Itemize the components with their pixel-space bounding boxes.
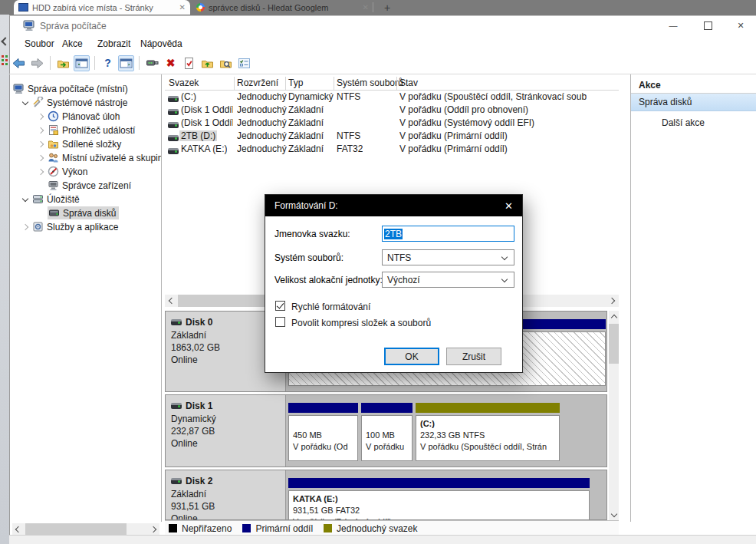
- browser-tab-2[interactable]: správce disků - Hledat Googlem ✕: [196, 0, 369, 15]
- column-header-rozvrzeni[interactable]: Rozvržení: [237, 77, 278, 88]
- ok-button[interactable]: OK: [384, 348, 439, 365]
- scroll-thumb[interactable]: [609, 324, 619, 364]
- chevron-down-icon: [501, 253, 508, 259]
- file-system-label: Systém souborů:: [274, 252, 343, 263]
- legend-swatch-neprirazeno: [169, 524, 177, 532]
- compression-checkbox[interactable]: [275, 317, 285, 327]
- menu-napoveda[interactable]: Nápověda: [140, 38, 182, 49]
- chevron-right-icon[interactable]: [18, 225, 32, 229]
- chevron-right-icon[interactable]: [33, 128, 48, 133]
- tree-item-label: Výkon: [62, 166, 87, 177]
- menu-zobrazit[interactable]: Zobrazit: [97, 38, 130, 49]
- scroll-right-button[interactable]: [607, 295, 618, 307]
- tree-item-label: Správa počítače (místní): [28, 84, 128, 94]
- menu-soubor[interactable]: Soubor: [25, 38, 54, 49]
- column-header-svazek[interactable]: Svazek: [169, 77, 199, 88]
- volume-icon: [168, 122, 179, 128]
- dialog-titlebar[interactable]: Formátování D: ✕: [265, 195, 522, 216]
- quick-format-checkbox[interactable]: [275, 301, 285, 311]
- column-header-stav[interactable]: Stav: [399, 77, 418, 88]
- volume-row-c[interactable]: (C:) Jednoduchý Dynamický NTFS V pořádku…: [165, 91, 619, 104]
- actions-panel: Akce Správa disků Další akce: [630, 74, 756, 522]
- delete-volume-icon[interactable]: ✖: [163, 55, 179, 71]
- volume-row-disk1-oddil2[interactable]: (Disk 1 Oddíl 2) Jednoduchý Základní V p…: [165, 117, 619, 130]
- volume-row-2tb-d[interactable]: 2TB (D:) Jednoduchý Základní NTFS V pořá…: [165, 130, 619, 143]
- tree-item-event-viewer[interactable]: Prohlížeč událostí: [10, 124, 161, 137]
- column-header-system-souboru[interactable]: Systém souborů: [337, 77, 403, 88]
- tab-close-icon[interactable]: ✕: [363, 3, 369, 12]
- properties-check-icon[interactable]: [181, 55, 197, 71]
- menu-akce[interactable]: Akce: [62, 38, 83, 49]
- new-tab-button[interactable]: +: [381, 0, 393, 15]
- chevron-right-icon[interactable]: [33, 156, 48, 160]
- volume-row-katka-e[interactable]: KATKA (E:) Jednoduchý Základní FAT32 V p…: [165, 143, 619, 156]
- disk-1-partition-2[interactable]: 100 MBV pořádku: [361, 403, 413, 461]
- browser-tab-1[interactable]: HDD zabírá více místa - Stránky ✕: [14, 0, 190, 15]
- explore-folder-icon[interactable]: [218, 55, 234, 71]
- volume-label-input[interactable]: 2TB: [382, 226, 514, 242]
- actions-group-disk-management[interactable]: Správa disků: [631, 94, 756, 111]
- tree-item-task-scheduler[interactable]: Plánovač úloh: [10, 110, 161, 123]
- scroll-right-button[interactable]: [149, 523, 159, 535]
- tree-item-local-users-groups[interactable]: Místní uživatelé a skupin: [10, 151, 161, 164]
- chevron-right-icon[interactable]: [33, 114, 48, 119]
- minimize-button[interactable]: —: [662, 18, 685, 32]
- tab-close-icon[interactable]: ✕: [179, 3, 186, 12]
- allocation-unit-select[interactable]: Výchozí: [382, 272, 514, 288]
- dialog-close-icon[interactable]: ✕: [505, 200, 513, 212]
- check-icon: [277, 301, 284, 308]
- legend-swatch-jednoduchy-svazek: [324, 524, 332, 532]
- toolbar-separator: [139, 56, 140, 70]
- window-title: Správa počítače: [40, 21, 107, 31]
- file-system-select[interactable]: NTFS: [382, 249, 514, 265]
- scroll-left-button[interactable]: [166, 295, 176, 307]
- disk-1-row[interactable]: Disk 1 Dynamický 232,87 GB Online 450 MB…: [165, 394, 607, 467]
- tree-item-disk-management[interactable]: Správa disků: [10, 206, 161, 219]
- performance-icon: [48, 166, 62, 177]
- tree-item-services-applications[interactable]: Služby a aplikace: [10, 220, 161, 233]
- action-pane-toggle-icon[interactable]: [118, 55, 134, 71]
- scroll-down-button[interactable]: [609, 509, 619, 520]
- tree-item-shared-folders[interactable]: Sdílené složky: [10, 137, 161, 150]
- tree-item-storage[interactable]: Úložiště: [10, 193, 161, 206]
- screen: HDD zabírá více místa - Stránky ✕ správc…: [0, 0, 756, 544]
- console-tree-toggle-icon[interactable]: [74, 55, 90, 71]
- volume-row-disk1-oddil1[interactable]: (Disk 1 Oddíl 1) Jednoduchý Základní V p…: [165, 104, 619, 117]
- close-button[interactable]: ✕: [729, 18, 752, 32]
- chevron-right-icon[interactable]: [33, 170, 48, 174]
- partition-size: 931,51 GB FAT32: [293, 505, 589, 516]
- tree-item-system-tools[interactable]: Systémové nástroje: [10, 96, 161, 109]
- tree-item-device-manager[interactable]: Správce zařízení: [10, 179, 161, 192]
- disk-1-partition-1[interactable]: 450 MBV pořádku (Od: [288, 403, 358, 461]
- volume-icon: [168, 96, 179, 102]
- chevron-down-icon[interactable]: [18, 101, 32, 104]
- scroll-up-button[interactable]: [609, 311, 619, 322]
- tab-separator: [373, 2, 373, 12]
- scroll-thumb[interactable]: [25, 523, 127, 535]
- tree-item-performance[interactable]: Výkon: [10, 165, 161, 178]
- chevron-right-icon[interactable]: [33, 142, 48, 147]
- legend-label: Primární oddíl: [255, 523, 313, 534]
- forward-icon[interactable]: [29, 55, 45, 71]
- export-list-icon[interactable]: [55, 55, 71, 71]
- back-icon[interactable]: [11, 55, 27, 71]
- disk-2-row[interactable]: Disk 2 Základní 931,51 GB Online KATKA (…: [165, 470, 607, 520]
- dot-icon: [2, 55, 4, 58]
- storage-icon: [32, 193, 47, 205]
- help-icon[interactable]: ?: [100, 55, 116, 71]
- computer-management-icon: [23, 19, 35, 35]
- chevron-down-icon[interactable]: [18, 198, 32, 201]
- disk-2-partition-katka[interactable]: KATKA (E:)931,51 GB FAT32V pořádku (Prim…: [288, 478, 590, 519]
- disk-1-partition-c[interactable]: (C:)232,33 GB NTFSV pořádku (Spouštěcí o…: [416, 403, 560, 461]
- event-log-icon: [48, 124, 62, 136]
- more-actions[interactable]: Další akce: [662, 117, 705, 128]
- maximize-button[interactable]: [696, 18, 719, 32]
- open-folder-icon[interactable]: [199, 55, 215, 71]
- tree-item-computer-management[interactable]: Správa počítače (místní): [10, 82, 161, 95]
- scroll-left-button[interactable]: [12, 523, 23, 535]
- column-header-typ[interactable]: Typ: [288, 77, 303, 88]
- task-list-icon[interactable]: [236, 55, 252, 71]
- browser-tabstrip: HDD zabírá více místa - Stránky ✕ správc…: [0, 0, 756, 15]
- cancel-button[interactable]: Zrušit: [446, 348, 501, 365]
- remote-connection-icon[interactable]: [144, 55, 160, 71]
